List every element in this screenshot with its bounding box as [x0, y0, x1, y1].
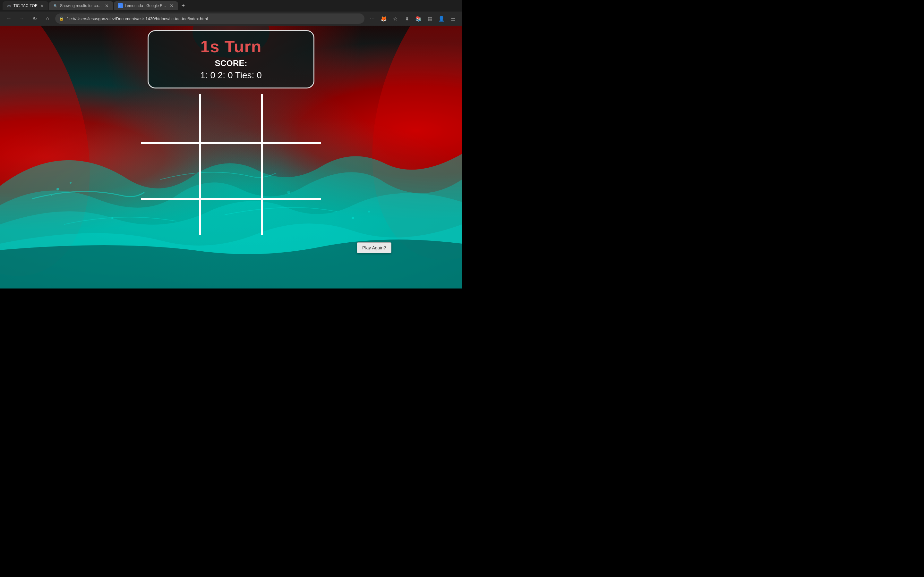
menu-button[interactable]: ☰: [448, 13, 458, 24]
svg-point-8: [111, 217, 113, 219]
svg-point-3: [57, 188, 59, 190]
tab-close-2[interactable]: ✕: [104, 3, 110, 8]
tab-title-3: Lemonada - Google Fonts: [125, 3, 167, 8]
score-panel: 1s Turn SCORE: 1: 0 2: 0 Ties: 0: [148, 30, 314, 89]
tab-bar: 🎮 TIC-TAC-TOE ✕ 🔍 Showing results for co…: [0, 0, 462, 11]
tab-close-3[interactable]: ✕: [169, 3, 174, 8]
lock-icon: 🔒: [59, 16, 64, 21]
more-button[interactable]: ⋯: [367, 13, 377, 24]
cell-3[interactable]: [138, 139, 200, 190]
cell-4[interactable]: [200, 139, 262, 190]
tab-favicon-2: 🔍: [53, 3, 58, 8]
game-area: 1s Turn SCORE: 1: 0 2: 0 Ties: 0 Play Ag: [0, 26, 462, 288]
new-tab-button[interactable]: +: [179, 1, 188, 10]
nav-right-buttons: ⋯ 🦊 ☆ ⬇ 📚 ▤ 👤 ☰: [367, 13, 458, 24]
address-bar[interactable]: 🔒 file:///Users/iesusgonzalez/Documents/…: [55, 13, 365, 24]
back-button[interactable]: ←: [4, 13, 14, 24]
reader-view-button[interactable]: ▤: [425, 13, 435, 24]
game-board[interactable]: [138, 88, 324, 242]
bookmark-star-button[interactable]: ☆: [390, 13, 401, 24]
library-button[interactable]: 📚: [413, 13, 423, 24]
home-button[interactable]: ⌂: [42, 13, 53, 24]
reload-button[interactable]: ↻: [29, 13, 40, 24]
svg-point-4: [69, 182, 71, 184]
cell-5[interactable]: [262, 139, 324, 190]
tab-close-1[interactable]: ✕: [39, 3, 45, 8]
cell-7[interactable]: [200, 190, 262, 242]
cell-0[interactable]: [138, 88, 200, 139]
cell-1[interactable]: [200, 88, 262, 139]
profile-button[interactable]: 👤: [436, 13, 447, 24]
download-button[interactable]: ⬇: [402, 13, 412, 24]
turn-label: 1s Turn: [162, 37, 300, 56]
play-again-button[interactable]: Play Again?: [357, 242, 391, 253]
cell-8[interactable]: [262, 190, 324, 242]
tab-google-fonts[interactable]: F Lemonada - Google Fonts ✕: [114, 1, 178, 10]
tab-title-2: Showing results for contents of: [60, 3, 102, 8]
score-values: 1: 0 2: 0 Ties: 0: [162, 70, 300, 81]
browser-chrome: 🎮 TIC-TAC-TOE ✕ 🔍 Showing results for co…: [0, 0, 462, 26]
svg-point-6: [352, 217, 354, 219]
cell-6[interactable]: [138, 190, 200, 242]
tab-tic-tac-toe[interactable]: 🎮 TIC-TAC-TOE ✕: [3, 1, 48, 10]
nav-bar: ← → ↻ ⌂ 🔒 file:///Users/iesusgonzalez/Do…: [0, 11, 462, 26]
bookmark-pocket-button[interactable]: 🦊: [379, 13, 389, 24]
address-text: file:///Users/iesusgonzalez/Documents/cs…: [66, 16, 360, 21]
score-title: SCORE:: [162, 58, 300, 68]
tab-favicon-1: 🎮: [6, 3, 11, 8]
tab-title-1: TIC-TAC-TOE: [13, 3, 37, 8]
tab-search-results[interactable]: 🔍 Showing results for contents of ✕: [49, 1, 113, 10]
svg-point-5: [51, 195, 52, 196]
forward-button[interactable]: →: [17, 13, 27, 24]
svg-point-7: [368, 211, 370, 213]
tab-favicon-3: F: [118, 3, 123, 8]
cell-2[interactable]: [262, 88, 324, 139]
